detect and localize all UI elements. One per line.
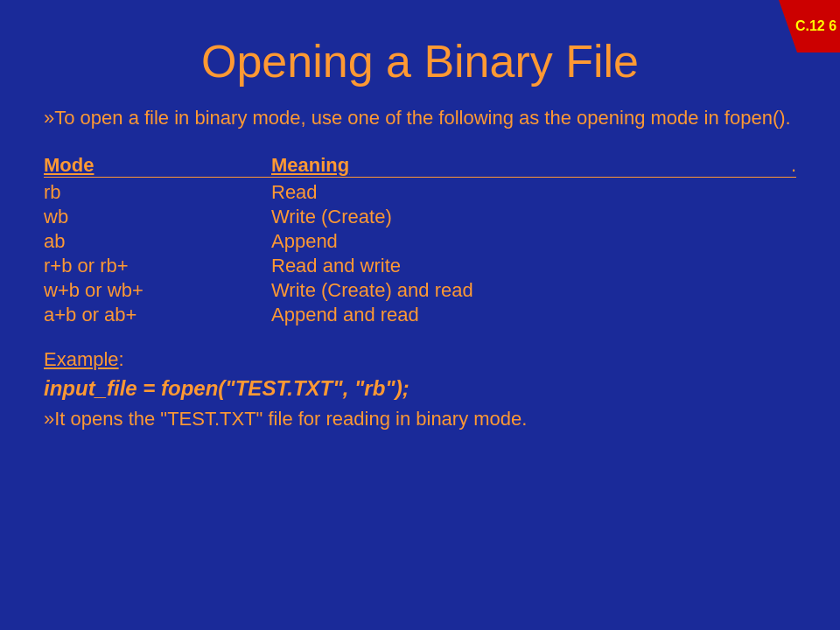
meaning-rpb: Read and write — [271, 255, 796, 277]
badge-text: C.12 6 — [795, 18, 836, 34]
mode-header: Mode — [44, 154, 271, 177]
header-dot: . — [791, 154, 796, 177]
intro-text: »To open a file in binary mode, use one … — [44, 105, 796, 132]
table-header-row: Mode Meaning . — [44, 154, 796, 178]
table-row: w+b or wb+ Write (Create) and read — [44, 279, 796, 302]
mode-table: Mode Meaning . rb Read wb Write (Create)… — [44, 154, 796, 326]
mode-wpb: w+b or wb+ — [44, 279, 271, 302]
mode-rb: rb — [44, 181, 271, 204]
example-label: Example — [44, 348, 119, 370]
example-description: »It opens the "TEST.TXT" file for readin… — [44, 406, 796, 433]
meaning-ab: Append — [271, 230, 796, 253]
table-row: rb Read — [44, 181, 796, 204]
mode-apb: a+b or ab+ — [44, 304, 271, 326]
mode-rpb: r+b or rb+ — [44, 255, 271, 277]
example-line: Example: — [44, 348, 796, 371]
meaning-wb: Write (Create) — [271, 206, 796, 228]
table-row: ab Append — [44, 230, 796, 253]
example-colon: : — [119, 348, 124, 370]
meaning-header: Meaning — [271, 154, 791, 177]
slide-container: C.12 6 Opening a Binary File »To open a … — [0, 0, 840, 630]
mode-wb: wb — [44, 206, 271, 228]
page-title: Opening a Binary File — [44, 35, 796, 88]
table-row: a+b or ab+ Append and read — [44, 304, 796, 326]
meaning-apb: Append and read — [271, 304, 796, 326]
table-row: wb Write (Create) — [44, 206, 796, 228]
meaning-rb: Read — [271, 181, 796, 204]
table-row: r+b or rb+ Read and write — [44, 255, 796, 277]
mode-ab: ab — [44, 230, 271, 253]
example-section: Example: input_file = fopen("TEST.TXT", … — [44, 348, 796, 433]
meaning-wpb: Write (Create) and read — [271, 279, 796, 302]
example-code: input_file = fopen("TEST.TXT", "rb"); — [44, 376, 796, 401]
